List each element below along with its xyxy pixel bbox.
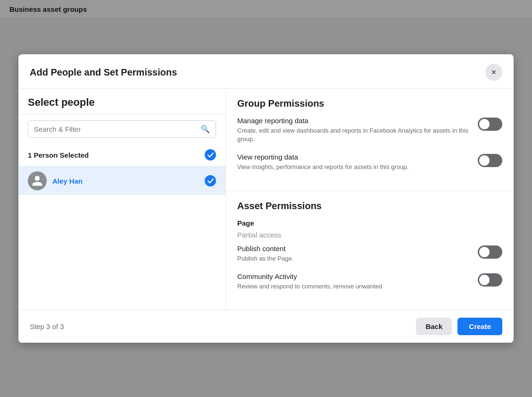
group-permissions-title: Group Permissions [237,98,502,109]
left-panel: Select people 🔍 1 Person Selected [18,89,226,310]
permission-desc-view: View insights, performance and reports f… [237,163,470,171]
toggle-slider [478,118,502,131]
permission-desc-publish: Publish as the Page. [237,254,470,263]
toggle-view-reporting[interactable] [478,154,502,167]
permission-info-community: Community Activity Review and respond to… [237,272,478,291]
permission-desc: Create, edit and view dashboards and rep… [237,127,470,144]
close-icon: × [491,68,497,77]
selected-section: 1 Person Selected [18,144,225,167]
group-permissions-section: Group Permissions Manage reporting data … [226,89,514,191]
modal-dialog: Add People and Set Permissions × Select … [18,54,514,343]
permission-name-community: Community Activity [237,272,470,280]
modal-body: Select people 🔍 1 Person Selected [18,89,514,310]
toggle-slider-publish [478,245,502,259]
close-button[interactable]: × [485,64,502,81]
permission-name-view: View reporting data [237,153,470,161]
toggle-manage-reporting[interactable] [478,118,502,131]
step-label: Step 3 of 3 [30,322,64,330]
asset-type-label: Page [237,219,502,227]
person-check-icon [205,175,216,186]
modal-overlay: Add People and Set Permissions × Select … [0,0,532,397]
permission-name: Manage reporting data [237,117,470,125]
search-icon: 🔍 [200,125,210,134]
selected-check-icon [205,149,216,160]
permission-item-community: Community Activity Review and respond to… [237,272,502,291]
permission-item-manage-reporting: Manage reporting data Create, edit and v… [237,117,502,144]
partial-access-label: Partial access [237,231,502,239]
toggle-community[interactable] [478,273,502,287]
left-panel-header: Select people [18,89,225,115]
footer-buttons: Back Create [416,318,502,335]
permission-info: Manage reporting data Create, edit and v… [237,117,478,144]
search-input[interactable] [34,125,200,133]
permission-item-view-reporting: View reporting data View insights, perfo… [237,153,502,171]
person-name: Aley Han [52,177,205,185]
permission-info-view: View reporting data View insights, perfo… [237,153,478,171]
right-panel: Group Permissions Manage reporting data … [226,89,514,310]
modal-footer: Step 3 of 3 Back Create [18,310,514,343]
search-container[interactable]: 🔍 [28,120,216,138]
asset-permissions-title: Asset Permissions [237,201,502,211]
permission-info-publish: Publish content Publish as the Page. [237,245,478,263]
permission-name-publish: Publish content [237,245,470,253]
modal-title: Add People and Set Permissions [30,67,177,78]
avatar [28,171,47,190]
select-people-title: Select people [28,96,95,108]
selected-count-label: 1 Person Selected [28,151,89,159]
toggle-slider-community [478,273,502,287]
toggle-publish[interactable] [478,245,502,259]
create-button[interactable]: Create [457,318,502,335]
modal-header: Add People and Set Permissions × [18,54,514,89]
permission-desc-community: Review and respond to comments, remove u… [237,282,470,291]
permission-item-publish: Publish content Publish as the Page. [237,245,502,263]
person-row[interactable]: Aley Han [18,167,225,195]
back-button[interactable]: Back [416,318,452,335]
toggle-slider-view [478,154,502,167]
asset-permissions-section: Asset Permissions Page Partial access Pu… [226,191,514,310]
